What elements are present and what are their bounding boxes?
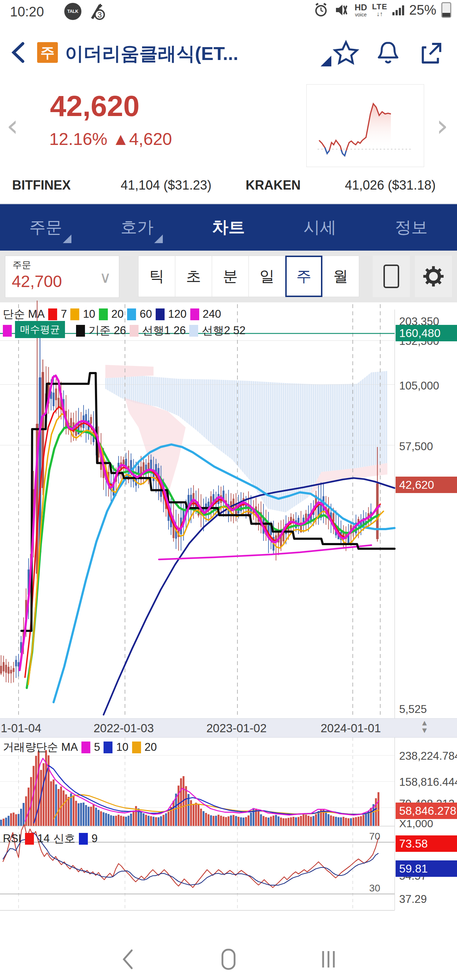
tab-sub-triangle-icon [154,235,163,243]
svg-text:3: 3 [97,10,102,19]
alarm-icon [313,2,329,18]
exchange-quotes-row: BITFINEX 41,104 ($31.23) KRAKEN 41,026 (… [0,171,457,204]
date-tick-label: 2024-01-01 [321,722,381,735]
kakaotalk-notification-icon: TALK [64,3,81,20]
legend-label: 20 [145,741,157,754]
mute-vibrate-icon [334,2,350,18]
mini-sparkline-chart [306,84,424,167]
period-button-초[interactable]: 초 [175,256,212,297]
axis-label: 57,500 [399,440,433,453]
legend-swatch [81,741,90,753]
volume-chart-pane[interactable]: 거래량단순 MA51020 238,224.784158,816.44479,4… [0,738,457,826]
volume-ma-legend: 거래량단순 MA51020 [3,740,157,755]
home-button[interactable] [216,947,241,972]
page-title: 이더리움클래식(ET... [65,41,238,67]
gear-icon [422,265,444,287]
alerts-bell-icon[interactable] [374,39,402,67]
tab-label: 차트 [212,216,245,239]
clock-time: 10:20 [10,4,44,20]
price-change: 12.16% ▲4,620 [49,129,172,149]
axis-label: 238,224.784 [399,750,457,762]
order-price-value: 42,700 [12,272,62,291]
legend-label: 9 [91,832,97,845]
candle-style-icon [384,264,399,288]
chart-style-button[interactable] [373,256,410,297]
date-axis: 1-01-042022-01-032023-01-022024-01-01 ▲▼ [0,718,457,738]
rsi-legend: RSI14신호9 [3,831,97,846]
main-tab-bar: 주문호가차트시세정보 [0,204,457,251]
share-icon[interactable] [417,39,445,67]
back-button[interactable] [9,41,29,64]
legend-swatch [79,833,88,845]
legend-label: 기준 26 [89,323,126,338]
exchange-name: KRAKEN [246,178,301,193]
rsi-level-label: 70 [369,831,380,842]
legend-swatch [189,325,198,337]
legend-label: 120 [168,308,187,321]
recents-button[interactable] [316,947,341,972]
axis-divider [395,738,395,826]
ma-legend: 단순 MA7102060120240 [3,307,221,322]
main-chart-pane[interactable]: 단순 MA7102060120240 기준 26선행1 26선행2 52매수평균… [0,302,457,718]
period-button-분[interactable]: 분 [212,256,249,297]
axis-divider [395,826,395,910]
tab-label: 시세 [304,216,336,239]
exchange-price: 41,026 ($31.18) [345,178,436,193]
signal-strength-icon [392,5,404,15]
ichimoku-legend: 기준 26선행1 26선행2 52매수평균 [3,323,246,338]
legend-swatch [99,309,108,320]
pane-resize-handle[interactable]: ▲▼ [420,719,428,734]
status-bar: 10:20 TALK 3 HDvoice LTE↓↑ 25% [0,0,457,25]
tab-호가[interactable]: 호가 [91,204,183,251]
avg-buy-price-label: 매수평균 [15,321,65,338]
period-button-일[interactable]: 일 [248,256,286,297]
avg-buy-price-badge: 160,480 [396,325,457,341]
android-navigation-bar [0,937,457,980]
prev-symbol-arrow[interactable]: ‹ [6,111,19,141]
legend-label: 선행2 52 [202,323,245,338]
tab-정보[interactable]: 정보 [366,204,457,251]
favorite-star-icon[interactable] [332,39,360,67]
next-symbol-arrow[interactable]: › [436,111,448,141]
period-button-주[interactable]: 주 [285,256,322,297]
order-label: 주문 [13,259,31,271]
legend-label: 14 [38,832,49,845]
tab-차트[interactable]: 차트 [183,204,274,251]
rsi-level-label: 30 [369,883,380,894]
legend-swatch [130,325,139,337]
exchange-name: BITFINEX [12,178,71,193]
back-nav-button[interactable] [116,947,141,972]
tab-주문[interactable]: 주문 [0,204,91,251]
lte-network-icon: LTE↓↑ [372,3,387,17]
legend-swatch [70,309,79,320]
tab-시세[interactable]: 시세 [274,204,366,251]
current-price: 42,620 [50,89,140,123]
period-selector: 틱초분일주월 [139,256,359,297]
legend-label: 20 [111,308,124,321]
legend-label: 선행1 26 [142,323,186,338]
legend-label: 7 [61,308,67,321]
legend-swatch [76,325,85,337]
axis-divider [395,310,395,718]
price-summary: ‹ › 42,620 12.16% ▲4,620 [0,89,457,171]
title-dropdown-icon[interactable] [321,56,331,67]
chart-toolbar: 주문 42,700 ∨ 틱초분일주월 [0,251,457,302]
legend-title: 거래량단순 MA [3,740,78,755]
tab-label: 주문 [29,216,62,239]
chart-settings-button[interactable] [415,256,452,297]
last-price-badge: 42,620 [396,477,457,493]
order-price-dropdown[interactable]: 주문 42,700 ∨ [5,256,119,298]
legend-label: 10 [116,741,128,754]
current-volume-badge: 58,846.278 [396,803,457,819]
battery-percent: 25% [409,3,436,18]
tab-label: 호가 [121,216,153,239]
legend-swatch [156,309,165,320]
rsi-value-badge: 73.58 [396,835,457,852]
rsi-chart-pane[interactable]: RSI14신호9 54.5737.29 73.58 59.81 7030 [0,826,457,915]
period-button-월[interactable]: 월 [322,256,359,297]
hd-voice-icon: HDvoice [355,3,367,17]
legend-swatch [48,309,57,320]
app-header: 주 이더리움클래식(ET... [0,25,457,89]
legend-label: 10 [83,308,95,321]
period-button-틱[interactable]: 틱 [138,256,175,297]
